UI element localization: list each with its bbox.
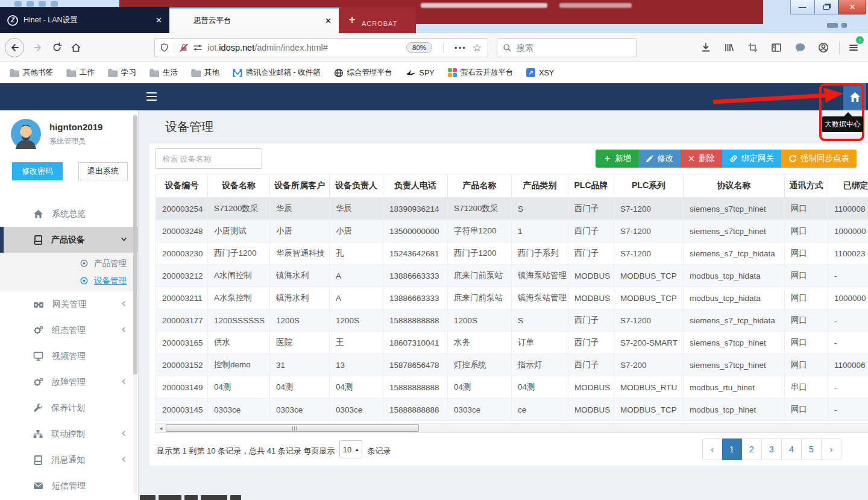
table-row[interactable]: 200003248小唐测试小唐小唐13500000000字符串12001西门子S… — [156, 220, 868, 242]
bookmark-folder-other[interactable]: 其他书签 — [10, 68, 53, 78]
back-button[interactable] — [5, 38, 24, 57]
column-header[interactable]: 负责人电话 — [383, 174, 448, 198]
bookmark-spy[interactable]: SPY — [406, 69, 435, 77]
bookmark-star-icon[interactable]: ☆ — [473, 42, 482, 54]
page-button[interactable]: 1 — [722, 438, 742, 460]
column-header[interactable]: 设备负责人 — [330, 174, 383, 198]
permissions-icon[interactable] — [193, 43, 203, 52]
app-menu-button[interactable]: ↑ — [844, 39, 863, 57]
insecure-lock-icon[interactable] — [179, 43, 189, 52]
column-header[interactable]: 产品类别 — [512, 174, 568, 198]
bookmark-folder-work[interactable]: 工作 — [66, 68, 95, 78]
home-button[interactable] — [71, 42, 81, 53]
column-header[interactable]: PLC系列 — [614, 174, 684, 198]
scroll-left-icon[interactable]: ◂ — [156, 423, 166, 432]
page-button[interactable]: 5 — [802, 438, 822, 460]
sidebar-item-product-mgmt[interactable]: 产品管理 — [0, 255, 138, 272]
sidebar-item-product-device[interactable]: 产品设备 — [0, 227, 138, 253]
bookmark-tencent-mail[interactable]: 腾讯企业邮箱 - 收件箱 — [233, 68, 321, 78]
new-tab-button[interactable]: + — [344, 7, 360, 33]
scrollbar-thumb[interactable] — [166, 424, 419, 432]
sidebar-item-video[interactable]: 视频管理 — [0, 343, 138, 369]
prev-page-button[interactable]: ‹ — [702, 438, 722, 460]
forward-button[interactable] — [33, 42, 43, 53]
table-row[interactable]: 200003165供水医院王18607310041水务订单西门子S7-200-S… — [156, 332, 868, 354]
close-tab-icon[interactable]: ✕ — [325, 16, 332, 25]
sidebar-item-sms[interactable]: 短信管理 — [0, 473, 138, 499]
restore-button[interactable] — [814, 0, 838, 14]
force-sync-button[interactable]: 强制同步点表 — [781, 150, 857, 168]
sidebar-item-overview[interactable]: 系统总览 — [0, 201, 138, 227]
bind-gateway-button[interactable]: 绑定网关 — [722, 150, 781, 168]
zoom-level-badge[interactable]: 80% — [406, 42, 432, 53]
table-row[interactable]: 20000314904测04测04测1588888888804测04测MODBU… — [156, 376, 868, 399]
tab-sipu-cloud[interactable]: 思普云平台 ✕ — [169, 7, 339, 33]
bookmark-folder-study[interactable]: 学习 — [108, 68, 136, 78]
screenshot-button[interactable] — [744, 39, 762, 57]
table-row[interactable]: 200003254S71200数采华辰华辰18390936214S71200数采… — [156, 198, 868, 220]
table-cell: 网口 — [785, 332, 828, 354]
table-cell: 0303ce — [330, 399, 383, 421]
close-tab-icon[interactable]: ✕ — [156, 16, 162, 25]
sidebar-item-device-mgmt[interactable]: 设备管理 — [0, 272, 138, 290]
edit-button[interactable]: 修改 — [638, 150, 681, 168]
reload-button[interactable] — [52, 42, 62, 52]
bookmark-folder-life[interactable]: 生活 — [149, 68, 178, 78]
table-row[interactable]: 2000031450303ce0303ce0303ce1588888888803… — [156, 399, 868, 421]
column-header[interactable]: 协议名称 — [684, 174, 785, 198]
sidebar-scrollbar-thumb[interactable] — [133, 115, 137, 375]
sidebar-item-fault[interactable]: 故障管理 — [0, 369, 138, 395]
bookmark-ezviz[interactable]: 萤石云开放平台 — [448, 68, 514, 78]
minimize-button[interactable]: — — [790, 0, 814, 14]
account-button[interactable] — [814, 39, 832, 57]
table-cell: 庶来门前泵站 — [448, 265, 512, 287]
horizontal-scrollbar[interactable]: ◂ ▸ — [156, 423, 868, 433]
sidebar-item-config[interactable]: 组态管理 — [0, 317, 138, 343]
bookmark-mgmt-platform[interactable]: 综合管理平台 — [334, 68, 392, 78]
column-header[interactable]: 设备名称 — [208, 174, 270, 198]
page-size-dropdown[interactable]: 10 ▲ — [339, 440, 362, 458]
sidebar-item-message[interactable]: 消息通知 — [0, 447, 138, 473]
sidebar-item-gateway[interactable]: 网关管理 — [0, 291, 138, 317]
table-row[interactable]: 200003152控制demo311315878656478灯控系统指示灯西门子… — [156, 354, 868, 376]
column-header[interactable]: 产品名称 — [448, 174, 512, 198]
column-header[interactable]: 通讯方式 — [785, 174, 828, 198]
table-cell: 18390936214 — [383, 198, 448, 220]
page-button[interactable]: 3 — [762, 438, 782, 460]
browser-search-box[interactable] — [497, 38, 637, 57]
change-password-button[interactable]: 修改密码 — [12, 162, 63, 180]
table-cell: 字符串1200 — [448, 220, 512, 242]
next-page-button[interactable]: › — [822, 438, 841, 460]
table-row[interactable]: 200003230西门子1200华辰智通科技孔15243642681西门子120… — [156, 242, 868, 265]
column-header[interactable]: 设备所属客户 — [270, 174, 330, 198]
bookmark-xsy[interactable]: ↗ XSY — [526, 68, 554, 77]
search-input[interactable] — [517, 43, 625, 52]
column-header[interactable]: 已绑定网关 — [828, 174, 868, 198]
chat-extension-button[interactable] — [791, 39, 809, 57]
column-header[interactable]: 设备编号 — [156, 174, 208, 198]
sidebar-item-label: 视频管理 — [52, 351, 86, 362]
table-row[interactable]: 2000031771200SSSSSS1200S1200S15888888888… — [156, 309, 868, 332]
sidebar-collapse-icon[interactable] — [146, 92, 157, 101]
table-cell: siemens_s7tcp_hinet — [684, 220, 785, 242]
big-data-center-button[interactable] — [843, 83, 866, 110]
device-search-input[interactable] — [156, 148, 262, 169]
table-row[interactable]: 200003212A水闸控制镇海水利A13886663333庶来门前泵站镇海泵站… — [156, 265, 868, 287]
page-actions-icon[interactable]: ••• — [454, 43, 467, 52]
page-button[interactable]: 2 — [742, 438, 762, 460]
tab-hinet[interactable]: Z Hinet - LAN设置 ✕ — [0, 7, 169, 33]
table-row[interactable]: 200003211A水泵控制镇海水利A13886663333庶来门前泵站镇海泵站… — [156, 287, 868, 309]
add-button[interactable]: ＋新增 — [596, 150, 638, 168]
bookmark-folder-misc[interactable]: 其他 — [191, 68, 219, 78]
delete-button[interactable]: ✕删除 — [681, 150, 722, 168]
page-button[interactable]: 4 — [782, 438, 802, 460]
downloads-button[interactable] — [697, 39, 715, 57]
logout-button[interactable]: 退出系统 — [78, 162, 128, 180]
url-bar[interactable]: iot.idosp.net/admin/index.html# 80% ••• … — [154, 38, 488, 57]
column-header[interactable]: PLC品牌 — [568, 174, 614, 198]
sidebars-button[interactable] — [767, 39, 785, 57]
sidebar-item-maintenance[interactable]: 保养计划 — [0, 395, 138, 421]
sidebar-item-linkage[interactable]: 联动控制 — [0, 421, 138, 447]
close-button[interactable]: ✕ — [838, 0, 866, 14]
library-button[interactable] — [720, 39, 738, 57]
